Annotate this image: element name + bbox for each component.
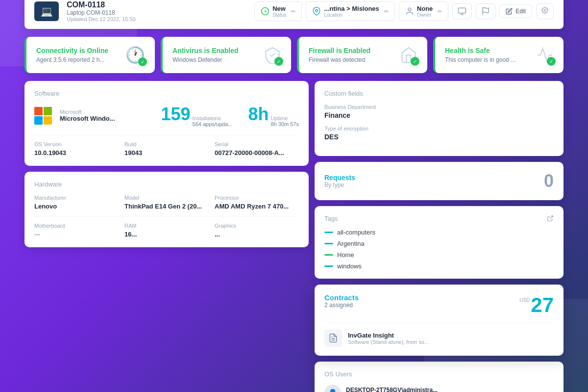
software-name: Microsoft Microsoft Windo... [60,109,115,122]
user-name-1: DESKTOP-2T758GV\administra... [346,387,438,392]
encryption-value: DES [324,133,339,141]
motherboard-item: Motherboard — [34,223,119,238]
svg-point-7 [408,8,411,11]
device-info: COM-0118 Laptop COM-0118 Updated Dec 12 … [67,0,136,22]
location-edit-icon: ✏ [384,8,389,15]
serial-value: 00727-20000-00008-A... [215,149,284,157]
ram-value: 16... [124,231,137,238]
firewall-icon: ✓ [400,46,417,64]
manufacturer-item: Manufacturer Lenovo [34,195,119,210]
right-column: Custom fields Business Department Financ… [315,81,564,392]
tag-all-computers: all-computers [324,229,554,236]
currency-label: USD [519,297,530,303]
graphics-value: ... [215,231,220,238]
connectivity-badge: ✓ [138,57,147,66]
edit-button[interactable]: Edit [499,4,532,18]
contracts-amount-group: USD 27 [519,293,554,317]
content-area: Software Microsoft Microsoft Windo... 15… [24,81,564,392]
installations-stat: 159 Installations 564 apps/upda... [161,104,232,127]
svg-rect-8 [459,8,466,13]
svg-point-12 [544,9,546,11]
custom-fields-card: Custom fields Business Department Financ… [315,81,564,156]
requests-card: Requests By type 0 [315,162,564,200]
custom-fields-title: Custom fields [324,90,554,97]
firewall-title: Firewall is Enabled [309,47,370,54]
flag-meta[interactable] [476,3,495,19]
contract-sub: Software (Stand-alone), from so... [348,339,429,345]
vendor-label: Microsoft [60,109,82,115]
tag-dash-3 [324,254,333,256]
contracts-header: Contracts 2 assigned USD 27 [324,293,554,317]
health-title: Health is Safe [445,47,515,54]
antivirus-content: Antivirus is Enabled Windows Defender [172,47,239,63]
tag-dash-1 [324,232,333,233]
build-item: Build 19043 [124,141,209,157]
encryption-item: Type of encryption DES [324,126,554,141]
firewall-content: Firewall is Enabled Firewall was detecte… [309,47,370,63]
tags-list: all-computers Argentina Home windows [324,229,554,270]
tag-label-2: Argentina [337,240,365,247]
contract-item: InvGate Insight Software (Stand-alone), … [324,323,554,347]
tags-card: Tags all-computers Argentina [315,206,564,279]
owner-sublabel: Owner [417,12,433,18]
tag-dash-2 [324,243,333,244]
requests-info: Requests By type [324,174,355,188]
owner-meta[interactable]: None Owner ✏ [399,1,449,21]
owner-edit-icon: ✏ [438,8,442,15]
location-value: ...ntina > Mislones [324,5,379,12]
processor-value: AMD AMD Ryzen 7 470... [215,203,289,210]
os-users-title: OS Users [324,370,554,378]
health-icon: ✓ [536,46,554,64]
tags-header: Tags [324,215,554,224]
firewall-badge: ✓ [411,57,419,66]
tag-label-4: windows [337,262,362,270]
ram-item: RAM 16... [124,223,209,238]
contract-icon [324,329,342,347]
location-sublabel: Location [324,12,379,18]
product-label: Microsoft Windo... [60,115,115,122]
contracts-amount: 27 [531,293,554,317]
installations-count: 159 [161,104,190,125]
status-sublabel: Status [272,12,286,18]
connectivity-icon: 🕐 ✓ [125,46,145,64]
owner-value: None [417,5,433,12]
tags-title: Tags [324,215,338,222]
connectivity-desc: Agent 3.5.6 reported 2 h... [36,56,108,63]
status-value: New [272,5,286,12]
antivirus-desc: Windows Defender [172,56,239,63]
hardware-card: Hardware Manufacturer Lenovo Model Think… [24,172,309,247]
installations-sub: 564 apps/upda... [193,121,233,127]
device-updated: Updated Dec 12 2022, 15:50 [67,16,136,22]
manufacturer-value: Lenovo [34,203,57,210]
uptime-label: Uptime [271,115,299,121]
graphics-label: Graphics [215,223,299,229]
os-info: OS Version 10.0.19043 Build 19043 Serial… [34,135,299,157]
left-column: Software Microsoft Microsoft Windo... 15… [24,81,309,392]
svg-point-6 [316,9,318,12]
user-avatar-1: 👤 [324,385,341,392]
health-content: Health is Safe This computer is in good … [445,47,515,63]
display-meta[interactable] [452,3,472,19]
uptime-stat: 8h Uptime 8h 30m 57s [248,104,299,127]
tag-label-3: Home [337,251,354,259]
connectivity-content: Connectivity is Online Agent 3.5.6 repor… [36,47,108,63]
business-dept-item: Business Department Finance [324,104,554,120]
status-meta[interactable]: New Status ✏ [254,1,302,21]
antivirus-badge: ✓ [274,57,283,66]
contracts-info: Contracts 2 assigned [324,293,359,309]
location-meta[interactable]: ...ntina > Mislones Location ✏ [306,1,394,21]
serial-item: Serial 00727-20000-00008-A... [215,141,299,157]
os-user-1: 👤 DESKTOP-2T758GV\administra... Logged i… [324,385,554,392]
device-name: Laptop COM-0118 [67,9,136,16]
hardware-row: Manufacturer Lenovo Model ThinkPad E14 G… [34,195,299,210]
microsoft-logo [34,107,52,125]
tags-edit-button[interactable] [547,215,554,224]
firewall-desc: Firewall was detected [309,56,370,63]
edit-label: Edit [515,8,526,15]
device-meta: New Status ✏ ...ntina > Mislones Locatio… [254,1,554,21]
settings-button[interactable] [536,3,554,19]
software-card: Software Microsoft Microsoft Windo... 15… [24,81,309,166]
tag-windows: windows [324,262,554,270]
software-title: Software [34,90,299,97]
status-cards: Connectivity is Online Agent 3.5.6 repor… [24,37,564,73]
